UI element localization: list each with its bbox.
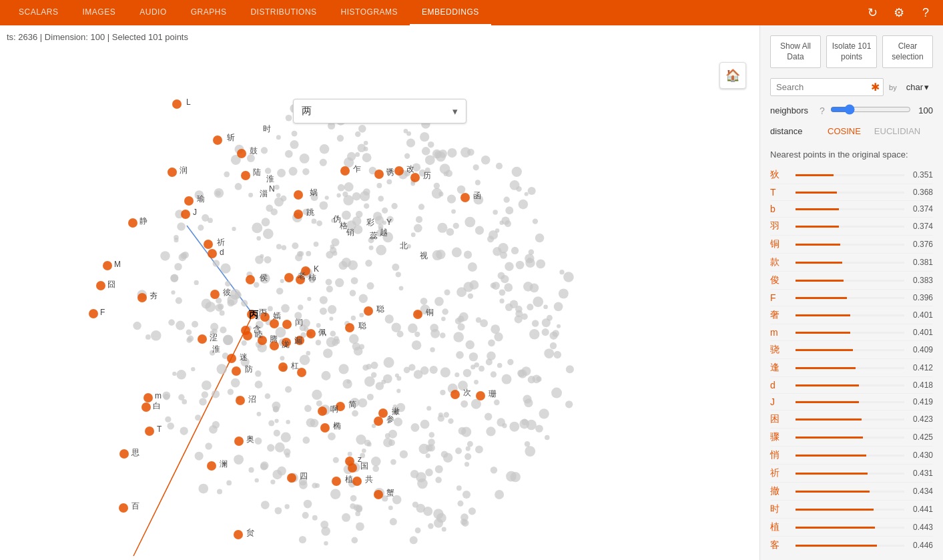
svg-point-206 — [458, 427, 466, 435]
embedding-dropdown[interactable]: 两 ▾ — [293, 99, 466, 123]
svg-point-141 — [286, 420, 290, 424]
svg-point-338 — [464, 453, 471, 460]
nearest-char[interactable]: 植 — [770, 521, 790, 533]
svg-text:囧: 囧 — [107, 280, 115, 289]
nearest-char[interactable]: b — [770, 204, 790, 214]
svg-point-124 — [234, 455, 244, 465]
svg-point-47 — [320, 308, 327, 315]
nearest-char[interactable]: 狄 — [770, 169, 790, 181]
nearest-bar-bg — [796, 280, 904, 282]
char-dropdown[interactable]: char ▾ — [902, 79, 933, 95]
svg-point-409 — [264, 256, 272, 264]
neighbors-row: neighbors ? 100 — [770, 104, 933, 117]
nearest-char[interactable]: 困 — [770, 413, 790, 425]
nav-item-graphs[interactable]: GRAPHS — [179, 0, 239, 25]
svg-point-187 — [499, 298, 504, 303]
svg-point-156 — [321, 371, 330, 380]
svg-point-113 — [388, 505, 393, 510]
nearest-item: 祈 0.431 — [770, 465, 933, 483]
nearest-char[interactable]: 铜 — [770, 238, 790, 250]
home-button[interactable]: 🏠 — [719, 62, 746, 89]
svg-point-434 — [415, 527, 421, 533]
svg-point-46 — [364, 376, 375, 387]
euclidean-option[interactable]: EUCLIDIAN — [872, 125, 923, 137]
nearest-bar — [796, 527, 875, 529]
nav-item-histograms[interactable]: HISTOGRAMS — [329, 0, 410, 25]
cosine-option[interactable]: COSINE — [825, 125, 864, 137]
nearest-char[interactable]: 骤 — [770, 431, 790, 443]
help-button[interactable]: ? — [915, 2, 936, 23]
svg-point-650 — [450, 390, 460, 399]
char-label: char — [906, 82, 923, 92]
nearest-char[interactable]: 时 — [770, 503, 790, 515]
nav-item-distributions[interactable]: DISTRIBUTIONS — [238, 0, 328, 25]
show-all-button[interactable]: Show All Data — [770, 35, 821, 68]
refresh-button[interactable]: ↻ — [862, 2, 883, 23]
nearest-char[interactable]: 款 — [770, 256, 790, 268]
nearest-char[interactable]: 奢 — [770, 309, 790, 321]
svg-point-592 — [504, 283, 513, 292]
nearest-bar-bg — [796, 437, 904, 439]
nearest-char[interactable]: 逢 — [770, 362, 790, 374]
svg-point-440 — [438, 412, 443, 417]
nav-item-scalars[interactable]: SCALARS — [7, 0, 71, 25]
nearest-bar-bg — [796, 192, 904, 194]
nav-item-images[interactable]: IMAGES — [71, 0, 128, 25]
nearest-bar-bg — [796, 297, 904, 299]
svg-point-584 — [456, 351, 464, 359]
search-input[interactable] — [770, 78, 884, 96]
svg-point-667 — [119, 503, 128, 513]
svg-point-361 — [466, 340, 475, 349]
svg-text:思: 思 — [131, 448, 139, 457]
svg-point-500 — [205, 302, 216, 312]
nearest-char[interactable]: 祈 — [770, 467, 790, 479]
clear-button[interactable]: Clear selection — [882, 35, 933, 68]
neighbors-slider[interactable] — [830, 104, 911, 115]
isolate-button[interactable]: Isolate 101 points — [826, 35, 877, 68]
settings-button[interactable]: ⚙ — [888, 2, 910, 23]
svg-point-282 — [504, 197, 510, 203]
nearest-char[interactable]: 撤 — [770, 485, 790, 497]
svg-point-443 — [227, 299, 234, 306]
svg-text:北: 北 — [400, 241, 408, 250]
nearest-char[interactable]: 悄 — [770, 449, 790, 461]
nearest-char[interactable]: J — [770, 396, 790, 407]
svg-point-228 — [423, 507, 432, 516]
svg-point-620 — [137, 293, 147, 302]
nearest-char[interactable]: m — [770, 327, 790, 338]
nearest-char[interactable]: 俊 — [770, 274, 790, 286]
svg-point-606 — [241, 171, 250, 180]
svg-point-491 — [502, 374, 512, 384]
nearest-value: 0.396 — [910, 293, 933, 302]
svg-point-612 — [184, 196, 194, 206]
svg-text:澜: 澜 — [220, 459, 228, 469]
svg-point-148 — [199, 398, 206, 405]
svg-point-75 — [276, 288, 283, 294]
nearest-char[interactable]: 客 — [770, 539, 790, 551]
svg-point-25 — [255, 437, 262, 445]
nearest-char[interactable]: d — [770, 380, 790, 390]
nearest-item: 困 0.423 — [770, 410, 933, 429]
svg-point-181 — [396, 389, 400, 393]
svg-point-542 — [299, 481, 308, 489]
svg-point-480 — [404, 366, 410, 373]
svg-point-547 — [367, 394, 374, 400]
nav-item-audio[interactable]: AUDIO — [127, 0, 179, 25]
nearest-char[interactable]: F — [770, 292, 790, 303]
svg-point-460 — [371, 372, 377, 378]
help-tooltip-icon[interactable]: ? — [820, 105, 825, 116]
svg-point-644 — [345, 323, 354, 332]
svg-point-311 — [535, 234, 545, 243]
svg-point-492 — [544, 348, 554, 358]
svg-point-401 — [420, 298, 428, 305]
svg-point-428 — [468, 293, 473, 298]
nav-item-embeddings[interactable]: EMBEDDINGS — [410, 0, 491, 25]
nearest-char[interactable]: 羽 — [770, 220, 790, 232]
svg-point-202 — [298, 304, 303, 310]
svg-text:斩: 斩 — [227, 133, 235, 142]
nearest-char[interactable]: 骁 — [770, 344, 790, 356]
svg-text:陆: 陆 — [253, 168, 261, 177]
nearest-char[interactable]: T — [770, 187, 790, 198]
svg-point-554 — [276, 135, 281, 139]
svg-point-580 — [326, 251, 333, 258]
